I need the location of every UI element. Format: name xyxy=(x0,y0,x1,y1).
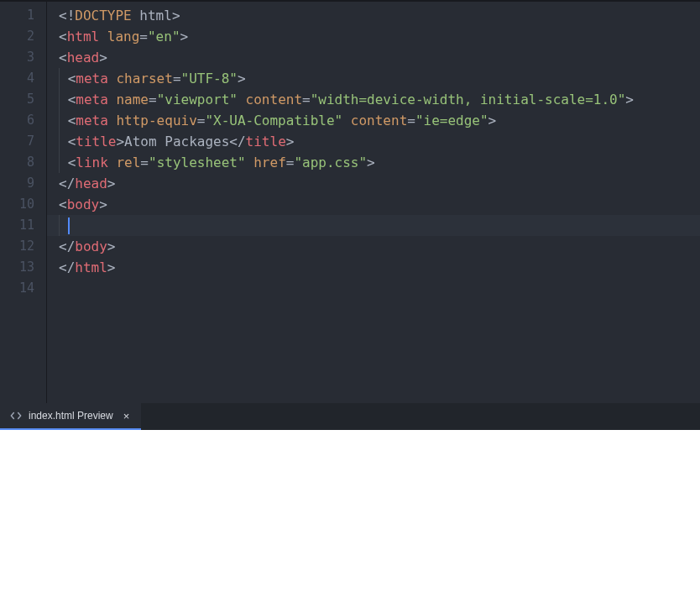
title-text: Atom Packages xyxy=(124,134,229,149)
line-number: 11 xyxy=(0,215,46,236)
code-line[interactable]: <link rel="stylesheet" href="app.css"> xyxy=(59,152,700,173)
indent-guide xyxy=(59,152,60,173)
attr: name xyxy=(116,92,149,107)
punct: = xyxy=(149,92,157,107)
line-number: 9 xyxy=(0,173,46,194)
string: "stylesheet" xyxy=(149,155,246,170)
code-line[interactable]: <body> xyxy=(59,194,700,215)
string: "X-UA-Compatible" xyxy=(205,113,342,128)
line-number-gutter: 1 2 3 4 5 6 7 8 9 10 11 12 13 14 xyxy=(0,2,47,403)
code-line[interactable]: <head> xyxy=(59,47,700,68)
code-line[interactable]: <meta charset="UTF-8"> xyxy=(59,68,700,89)
indent-guide xyxy=(59,68,60,89)
code-icon xyxy=(10,410,22,422)
space xyxy=(108,92,117,107)
code-line[interactable]: <title>Atom Packages</title> xyxy=(59,131,700,152)
punct: </ xyxy=(59,176,75,191)
punct: > xyxy=(107,238,116,254)
code-line-active[interactable] xyxy=(59,215,700,236)
text: html xyxy=(132,8,172,24)
attr: http-equiv xyxy=(116,113,196,128)
preview-tab[interactable]: index.html Preview × xyxy=(0,403,141,430)
string: "width=device-width, initial-scale=1.0" xyxy=(311,92,626,107)
punct: < xyxy=(59,197,67,212)
punct: > xyxy=(488,113,497,128)
text-cursor xyxy=(68,218,70,234)
punct: > xyxy=(286,134,295,149)
line-number: 6 xyxy=(0,110,46,131)
punct: = xyxy=(302,92,311,107)
space xyxy=(342,113,351,128)
code-line[interactable]: <meta http-equiv="X-UA-Compatible" conte… xyxy=(59,110,700,131)
punct: > xyxy=(99,197,107,212)
indent-guide xyxy=(59,131,60,152)
line-number: 14 xyxy=(0,278,46,299)
code-line[interactable]: <html lang="en"> xyxy=(59,26,700,47)
close-icon[interactable]: × xyxy=(120,410,133,422)
attr: content xyxy=(246,92,302,107)
tag: head xyxy=(75,176,107,191)
punct: > xyxy=(367,155,375,170)
attr: content xyxy=(351,113,407,128)
code-line[interactable]: </body> xyxy=(59,236,700,257)
space xyxy=(99,29,107,45)
punct: < xyxy=(68,134,76,149)
preview-content[interactable] xyxy=(0,430,700,608)
tag: meta xyxy=(76,71,108,86)
punct: > xyxy=(107,176,116,191)
code-line[interactable] xyxy=(59,278,700,299)
punct: < xyxy=(68,92,76,107)
doctype-keyword: DOCTYPE xyxy=(75,8,131,24)
code-line[interactable]: <!DOCTYPE html> xyxy=(59,5,700,26)
line-number: 1 xyxy=(0,5,46,26)
tag: title xyxy=(76,134,116,149)
preview-panel: index.html Preview × xyxy=(0,403,700,608)
string: "en" xyxy=(148,29,180,45)
line-number: 4 xyxy=(0,68,46,89)
punct: < xyxy=(68,71,76,86)
indent-guide xyxy=(59,110,60,131)
punct: < xyxy=(59,29,67,45)
code-content[interactable]: <!DOCTYPE html> <html lang="en"> <head> … xyxy=(47,2,700,403)
line-number: 5 xyxy=(0,89,46,110)
punct: > xyxy=(172,8,180,24)
string: "app.css" xyxy=(294,155,367,170)
punct: > xyxy=(180,29,189,45)
code-line[interactable]: </html> xyxy=(59,257,700,278)
punct: </ xyxy=(59,238,75,254)
punct: > xyxy=(625,92,634,107)
tag: html xyxy=(75,259,107,275)
space xyxy=(246,155,254,170)
punct: > xyxy=(99,50,107,66)
indent-guide xyxy=(59,89,60,110)
punct: </ xyxy=(59,259,75,275)
string: "UTF-8" xyxy=(181,71,238,86)
line-number: 3 xyxy=(0,47,46,68)
attr: rel xyxy=(116,155,140,170)
line-number: 10 xyxy=(0,194,46,215)
attr: lang xyxy=(107,29,140,45)
string: "ie=edge" xyxy=(415,113,488,128)
line-number: 12 xyxy=(0,236,46,257)
space xyxy=(238,92,246,107)
preview-tab-bar: index.html Preview × xyxy=(0,403,700,430)
punct: > xyxy=(238,71,246,86)
indent-guide xyxy=(59,215,60,236)
code-line[interactable]: <meta name="viewport" content="width=dev… xyxy=(59,89,700,110)
preview-tab-label: index.html Preview xyxy=(29,410,113,422)
punct: = xyxy=(286,155,295,170)
space xyxy=(108,71,117,86)
attr: charset xyxy=(116,71,172,86)
code-editor[interactable]: 1 2 3 4 5 6 7 8 9 10 11 12 13 14 <!DOCTY… xyxy=(0,2,700,403)
punct: = xyxy=(140,155,149,170)
tag: meta xyxy=(76,92,108,107)
punct: > xyxy=(107,259,116,275)
space xyxy=(108,113,117,128)
punct: > xyxy=(116,134,124,149)
punct: = xyxy=(407,113,415,128)
attr: href xyxy=(253,155,286,170)
tag: meta xyxy=(76,113,108,128)
line-number: 7 xyxy=(0,131,46,152)
code-line[interactable]: </head> xyxy=(59,173,700,194)
line-number: 8 xyxy=(0,152,46,173)
